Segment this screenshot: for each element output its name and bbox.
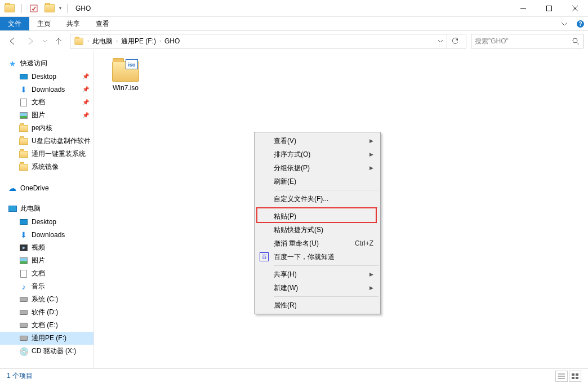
search-icon[interactable]: [572, 38, 580, 45]
chevron-right-icon[interactable]: ›: [85, 38, 91, 44]
chevron-right-icon[interactable]: ›: [157, 38, 163, 44]
menu-separator: [274, 207, 378, 208]
history-dropdown[interactable]: [41, 39, 50, 43]
drive-icon: [19, 334, 28, 343]
iso-badge: iso: [126, 59, 138, 69]
close-button[interactable]: [562, 0, 588, 17]
menu-label: 新建(W): [274, 283, 298, 293]
baidu-icon: 百: [260, 252, 269, 261]
sidebar-item-videos[interactable]: ▶视频: [0, 241, 93, 254]
ribbon-expand-button[interactable]: [556, 17, 572, 30]
sidebar-item-label: pe内核: [32, 123, 52, 133]
drive-icon: [19, 321, 28, 330]
qat-dropdown-icon[interactable]: ▾: [59, 6, 61, 11]
sidebar-item-documents2[interactable]: 文档: [0, 267, 93, 280]
menu-view[interactable]: 查看(V)▶: [256, 134, 379, 148]
pc-icon: [8, 204, 17, 213]
menu-sort[interactable]: 排序方式(O)▶: [256, 148, 379, 161]
sidebar-item-drive-e[interactable]: 文档 (E:): [0, 319, 93, 332]
breadcrumb-this-pc[interactable]: 此电脑: [91, 37, 114, 46]
menu-new[interactable]: 新建(W)▶: [256, 281, 379, 295]
menu-label: 粘贴快捷方式(S): [274, 225, 323, 235]
sidebar-item-downloads2[interactable]: ⬇Downloads: [0, 228, 93, 241]
menu-separator: [274, 265, 378, 266]
menu-label: 排序方式(O): [274, 150, 310, 159]
menu-share[interactable]: 共享(H)▶: [256, 268, 379, 281]
sidebar-this-pc[interactable]: 此电脑: [0, 202, 93, 215]
help-button[interactable]: ?: [572, 17, 588, 30]
sidebar-item-drive-f[interactable]: 通用PE (F:): [0, 332, 93, 345]
menu-label: 刷新(E): [274, 177, 296, 186]
download-icon: ⬇: [19, 85, 28, 94]
up-button[interactable]: [52, 34, 65, 48]
tab-file[interactable]: 文件: [0, 17, 29, 30]
sidebar-item-drive-c[interactable]: 系统 (C:): [0, 293, 93, 306]
sidebar-item-label: Downloads: [32, 86, 65, 93]
drive-icon: [19, 295, 28, 304]
view-icons-button[interactable]: [569, 371, 581, 382]
address-bar[interactable]: › 此电脑 › 通用PE (F:) › GHO: [70, 34, 466, 48]
search-input[interactable]: 搜索"GHO": [471, 34, 583, 48]
sidebar-item-cd-drive[interactable]: 💿CD 驱动器 (X:): [0, 345, 93, 358]
tab-home[interactable]: 主页: [29, 17, 59, 30]
menu-baidu[interactable]: 百百度一下，你就知道: [256, 250, 379, 264]
sidebar-quick-access[interactable]: ★快速访问: [0, 57, 93, 70]
svg-line-8: [577, 42, 579, 44]
back-button[interactable]: [5, 33, 20, 49]
ribbon-tabs: 文件 主页 共享 查看 ?: [0, 17, 588, 31]
navigation-bar: › 此电脑 › 通用PE (F:) › GHO 搜索"GHO": [0, 31, 588, 51]
sidebar-item-pictures2[interactable]: 图片: [0, 254, 93, 267]
sidebar-item-desktop2[interactable]: Desktop: [0, 215, 93, 228]
address-dropdown[interactable]: [435, 39, 446, 43]
menu-shortcut: Ctrl+Z: [355, 239, 373, 247]
navigation-sidebar[interactable]: ★快速访问 Desktop📌 ⬇Downloads📌 文档📌 图片📌 pe内核 …: [0, 51, 94, 368]
search-placeholder: 搜索"GHO": [475, 37, 509, 46]
breadcrumb-folder[interactable]: GHO: [163, 37, 181, 45]
sidebar-item-downloads[interactable]: ⬇Downloads📌: [0, 83, 93, 96]
refresh-button[interactable]: [446, 34, 464, 48]
tab-share[interactable]: 共享: [59, 17, 88, 30]
tab-view[interactable]: 查看: [88, 17, 117, 30]
sidebar-item-label: 系统镜像: [32, 162, 59, 172]
sidebar-item-onekey[interactable]: 通用一键重装系统: [0, 148, 93, 161]
folder-icon: [19, 150, 28, 159]
folder-icon: [19, 124, 28, 133]
sidebar-item-uboot[interactable]: U盘启动盘制作软件: [0, 135, 93, 148]
window-title: GHO: [75, 5, 91, 12]
maximize-button[interactable]: [536, 0, 562, 17]
folder-icon[interactable]: [43, 2, 56, 15]
sidebar-item-documents[interactable]: 文档📌: [0, 96, 93, 109]
menu-paste-shortcut[interactable]: 粘贴快捷方式(S): [256, 223, 379, 237]
breadcrumb-drive[interactable]: 通用PE (F:): [120, 37, 157, 46]
sidebar-onedrive[interactable]: ☁OneDrive: [0, 181, 93, 194]
menu-customize[interactable]: 自定义文件夹(F)...: [256, 192, 379, 206]
file-item[interactable]: iso Win7.iso: [104, 58, 147, 92]
view-details-button[interactable]: [555, 371, 568, 382]
sidebar-item-pe-core[interactable]: pe内核: [0, 122, 93, 135]
sidebar-item-pictures[interactable]: 图片📌: [0, 109, 93, 122]
sidebar-item-drive-d[interactable]: 软件 (D:): [0, 306, 93, 319]
menu-refresh[interactable]: 刷新(E): [256, 175, 379, 188]
sidebar-item-label: 软件 (D:): [32, 308, 58, 317]
chevron-right-icon[interactable]: ›: [114, 38, 120, 44]
qat-properties-icon[interactable]: [28, 2, 40, 15]
forward-button[interactable]: [23, 33, 38, 49]
picture-icon: [19, 111, 28, 120]
menu-paste[interactable]: 粘贴(P): [256, 210, 379, 223]
menu-groupby[interactable]: 分组依据(P)▶: [256, 161, 379, 175]
sidebar-item-music[interactable]: ♪音乐: [0, 280, 93, 293]
sidebar-item-desktop[interactable]: Desktop📌: [0, 70, 93, 83]
sidebar-item-sysimage[interactable]: 系统镜像: [0, 161, 93, 173]
menu-separator: [274, 190, 378, 190]
chevron-right-icon: ▶: [369, 271, 373, 277]
desktop-icon: [19, 72, 28, 81]
svg-rect-2: [547, 6, 552, 11]
minimize-button[interactable]: [510, 0, 536, 17]
menu-undo[interactable]: 撤消 重命名(U)Ctrl+Z: [256, 237, 379, 250]
folder-icon: [19, 137, 28, 146]
sidebar-item-label: 通用PE (F:): [32, 333, 66, 343]
menu-properties[interactable]: 属性(R): [256, 299, 379, 312]
drive-icon: [19, 308, 28, 317]
breadcrumb-root-icon[interactable]: [73, 37, 85, 46]
sidebar-item-label: 文档: [32, 97, 45, 107]
